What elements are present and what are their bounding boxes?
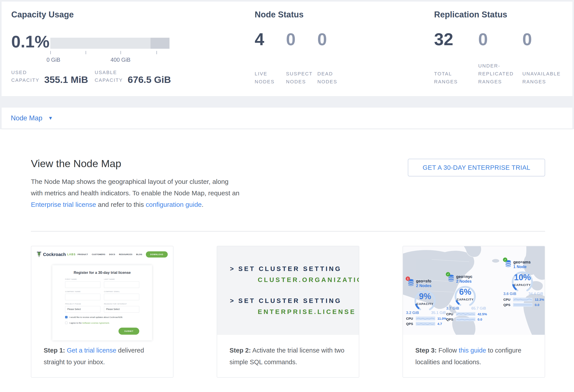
total-ranges-label-line2: RANGES (434, 78, 474, 86)
submit-row: SUBMIT (65, 328, 139, 335)
company-email-field: COMPANY EMAIL (104, 291, 139, 300)
sql-command-1-keyword: SET CLUSTER SETTING (238, 265, 342, 272)
cpu-row-nyc: CPU 42.5% (446, 312, 487, 316)
used-capacity-label-line2: CAPACITY (11, 76, 40, 84)
step3-card: 1 geo=sfo 2 Nodes (403, 246, 545, 378)
usable-capacity-label: USABLE CAPACITY (95, 69, 123, 84)
healthy-badge-icon: ✓ (503, 258, 507, 262)
capacity-percent-value: 0.1% (11, 32, 49, 51)
sql-command-2-line1: >SET CLUSTER SETTING (230, 297, 359, 304)
sql-command-2-arg: ENTERPRISE.LICENSE = (258, 308, 359, 316)
qps-row-ams: QPS 0.0 (503, 303, 544, 307)
capacity-bar: 0 GiB 400 GiB (50, 38, 169, 49)
used-capacity-label-line1: USED (11, 69, 40, 76)
cluster-nyc-names: geo=nyc 2 Nodes (456, 275, 472, 284)
capacity-axis-tick (121, 51, 121, 54)
capacity-range-ams: 3.6 GiB 34.4 GiB (503, 292, 543, 296)
roach-icon (37, 251, 41, 258)
qps-value: 0.0 (535, 303, 539, 307)
step3-caption: Step 3: Follow this guide to configure l… (415, 345, 537, 368)
email-updates-checkbox-row: ✓ I would like to receive email updates … (65, 316, 139, 318)
under-replicated-ranges-value: 0 (478, 29, 522, 49)
enterprise-trial-license-link[interactable]: Enterprise trial license (31, 201, 96, 208)
company-name-input (65, 294, 101, 300)
live-nodes-label: LIVE NODES (255, 61, 286, 86)
usable-capacity-metric: USABLE CAPACITY 676.5 GiB (95, 69, 171, 84)
intro-text-3: . (202, 201, 204, 208)
dead-nodes-label-line1: DEAD (317, 70, 349, 78)
get-enterprise-trial-button[interactable]: GET A 30-DAY ENTERPRISE TRIAL (408, 159, 545, 176)
cluster-sfo-header: 1 geo=sfo 2 Nodes (406, 279, 447, 288)
qps-label: QPS (406, 322, 416, 326)
usable-capacity-label-line1: USABLE (95, 69, 123, 76)
nodemap-preview: 1 geo=sfo 2 Nodes (403, 246, 545, 335)
cpu-value: 12.3% (535, 298, 544, 301)
unavailable-ranges-label: UNAVAILABLE RANGES (522, 61, 567, 86)
intro-text-1: The Node Map shows the geographical layo… (31, 178, 239, 197)
step3-caption-pre: Follow (437, 347, 459, 354)
capacity-total: 65.7 GiB (472, 306, 486, 311)
used-capacity-value: 355.1 MiB (44, 75, 88, 84)
capacity-total: 34.4 GiB (529, 292, 543, 296)
cpu-label: CPU (446, 312, 456, 316)
cluster-stats-panel: Capacity Usage 0.1% 0 GiB 400 GiB USED C… (1, 1, 573, 96)
dead-nodes-label: DEAD NODES (317, 61, 349, 86)
capacity-axis-tick (86, 51, 86, 54)
under-replicated-ranges-label: UNDER- REPLICATED RANGES (478, 61, 522, 86)
reason-for-interest-label: REASON FOR INTEREST (104, 303, 139, 305)
replication-status-values: 32 0 0 (434, 29, 567, 49)
license-agreement-checkbox-label: I agree to the Software License Agreemen… (69, 322, 110, 324)
qps-sparkline (513, 303, 533, 307)
sql-command-2-keyword: SET CLUSTER SETTING (238, 297, 342, 304)
nodemap-dropdown-label: Node Map (11, 114, 42, 122)
first-name-input (65, 281, 101, 288)
live-nodes-label-line2: NODES (255, 78, 286, 86)
capacity-axis-label-0: 0 GiB (47, 57, 61, 63)
cpu-label: CPU (503, 298, 513, 301)
trial-registration-form: Register for a 30-day trial license FIRS… (52, 265, 152, 340)
replication-status-title: Replication Status (434, 10, 507, 19)
capacity-used: 3.6 GiB (503, 292, 516, 296)
submit-pill-button: SUBMIT (119, 328, 139, 335)
software-license-agreement-link: Software License Agreement. (82, 322, 110, 324)
nodemap-dropdown-bar: Node Map ▼ (1, 107, 573, 129)
locality-name: geo=nyc (456, 275, 472, 279)
cluster-sfo-names: geo=sfo 2 Nodes (416, 279, 431, 288)
locality-cluster-sfo: 1 geo=sfo 2 Nodes (406, 279, 447, 326)
company-email-input (104, 294, 139, 300)
error-badge-icon: 1 (406, 277, 410, 281)
qps-sparkline (416, 322, 435, 326)
reason-for-interest-field: REASON FOR INTEREST Please Select (104, 303, 139, 313)
this-guide-link[interactable]: this guide (459, 347, 486, 354)
project-phase-field: PROJECT PHASE Please Select (65, 303, 101, 313)
under-replicated-label-line0: UNDER- (478, 62, 518, 70)
steps-cards-row: Cockroach LABS PRODUCT CUSTOMERS DOCS RE… (31, 246, 545, 378)
last-name-field: LAST NAME (104, 278, 139, 288)
capacity-total: 35.1 GiB (431, 311, 446, 315)
chevron-down-icon: ▼ (48, 115, 53, 121)
configuration-guide-link[interactable]: configuration guide (146, 201, 202, 208)
used-capacity-label: USED CAPACITY (11, 69, 40, 84)
node-status-title: Node Status (255, 10, 304, 19)
capacity-used: 3.2 GiB (406, 311, 419, 315)
capacity-axis-tick (156, 51, 157, 54)
locality-cluster-ams: ✓ geo=ams 1 Node (503, 260, 544, 307)
qps-label: QPS (446, 317, 456, 321)
node-status-labels: LIVE NODES SUSPECT NODES DEAD NODES (255, 61, 349, 86)
nodemap-dropdown[interactable]: Node Map ▼ (11, 114, 53, 122)
get-trial-license-link[interactable]: Get a trial license (67, 347, 116, 354)
cluster-ams-header: ✓ geo=ams 1 Node (503, 260, 544, 269)
capacity-label: CAPACITY (446, 298, 484, 301)
capacity-gauge-ams: 10% CAPACITY (503, 269, 541, 292)
brand-suffix: LABS (67, 253, 76, 256)
capacity-axis-label-400: 400 GiB (111, 57, 130, 63)
cpu-row-sfo: CPU 11.0% (406, 317, 447, 320)
capacity-bar-other-segment (150, 38, 169, 49)
registration-form-title: Register for a 30-day trial license (65, 271, 139, 275)
qps-label: QPS (503, 303, 513, 307)
cpu-sparkline (456, 312, 475, 316)
step1-caption: Step 1: Get a trial license delivered st… (44, 345, 165, 368)
sql-prompt: > (230, 297, 235, 304)
step1-caption-bold: Step 1: (44, 347, 65, 354)
capacity-gauge: 0.1% 0 GiB 400 GiB (11, 32, 49, 51)
